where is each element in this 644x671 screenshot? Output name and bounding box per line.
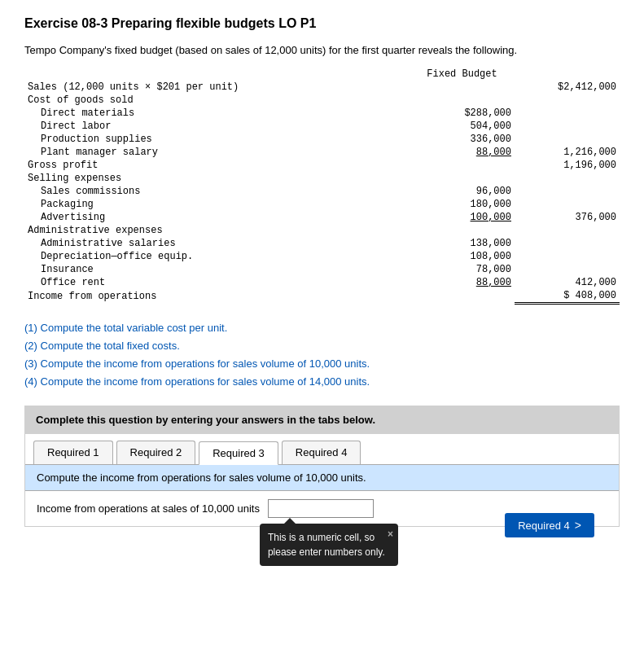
row-total: 1,216,000: [515, 146, 620, 159]
row-total: $ 408,000: [515, 289, 620, 304]
task-2: (2) Compute the total fixed costs.: [24, 337, 620, 355]
row-amount: [410, 172, 515, 185]
tab-instruction: Compute the income from operations for s…: [25, 465, 619, 491]
row-label: Direct labor: [24, 120, 410, 133]
row-total: [515, 224, 620, 237]
tab-required-3[interactable]: Required 3: [199, 441, 278, 465]
row-total: $2,412,000: [515, 81, 620, 94]
row-amount: 78,000: [410, 263, 515, 276]
table-row: Gross profit1,196,000: [24, 159, 620, 172]
row-label: Selling expenses: [24, 172, 410, 185]
input-wrapper: × This is a numeric cell, so please ente…: [268, 499, 374, 518]
table-row: Cost of goods sold: [24, 94, 620, 107]
table-row: Advertising100,000376,000: [24, 211, 620, 224]
tab-required-2[interactable]: Required 2: [116, 441, 196, 464]
table-row: Sales (12,000 units × $201 per unit)$2,4…: [24, 81, 620, 94]
form-label: Income from operations at sales of 10,00…: [37, 502, 260, 515]
row-total: 1,196,000: [515, 159, 620, 172]
tabs-row: Required 1 Required 2 Required 3 Require…: [25, 434, 619, 465]
intro-text: Tempo Company's fixed budget (based on s…: [24, 44, 620, 56]
table-row: Administrative expenses: [24, 224, 620, 237]
tab-required-1[interactable]: Required 1: [33, 441, 113, 464]
table-header: Fixed Budget: [410, 68, 515, 81]
row-amount: 96,000: [410, 185, 515, 198]
row-total: 412,000: [515, 276, 620, 289]
row-amount: $288,000: [410, 107, 515, 120]
required-4-label: Required 4: [518, 520, 570, 532]
row-total: [515, 133, 620, 146]
row-total: [515, 250, 620, 263]
row-label: Sales commissions: [24, 185, 410, 198]
table-row: Sales commissions96,000: [24, 185, 620, 198]
row-amount: 504,000: [410, 120, 515, 133]
row-amount: 88,000: [410, 146, 515, 159]
row-total: [515, 263, 620, 276]
tasks-list: (1) Compute the total variable cost per …: [24, 319, 620, 391]
row-label: Sales (12,000 units × $201 per unit): [24, 81, 410, 94]
row-label: Plant manager salary: [24, 146, 410, 159]
tooltip-text: This is a numeric cell, so please enter …: [268, 532, 385, 558]
table-row: Packaging180,000: [24, 198, 620, 211]
task-4: (4) Compute the income from operations f…: [24, 373, 620, 391]
row-amount: 180,000: [410, 198, 515, 211]
table-row: Plant manager salary88,0001,216,000: [24, 146, 620, 159]
row-label: Insurance: [24, 263, 410, 276]
row-amount: [410, 94, 515, 107]
task-3: (3) Compute the income from operations f…: [24, 355, 620, 373]
budget-table: Fixed Budget Sales (12,000 units × $201 …: [24, 68, 620, 305]
table-row: Direct materials$288,000: [24, 107, 620, 120]
table-row: Depreciation—office equip.108,000: [24, 250, 620, 263]
row-total: [515, 107, 620, 120]
row-amount: [410, 159, 515, 172]
row-label: Administrative salaries: [24, 237, 410, 250]
required-4-button[interactable]: Required 4 >: [505, 513, 594, 537]
row-amount: 88,000: [410, 276, 515, 289]
income-input[interactable]: [268, 499, 374, 518]
row-total: [515, 172, 620, 185]
row-label: Packaging: [24, 198, 410, 211]
row-amount: 108,000: [410, 250, 515, 263]
table-row: Administrative salaries138,000: [24, 237, 620, 250]
row-total: [515, 198, 620, 211]
row-amount: [410, 289, 515, 304]
tab-required-4[interactable]: Required 4: [282, 441, 361, 464]
row-label: Administrative expenses: [24, 224, 410, 237]
tab-content: Compute the income from operations for s…: [25, 465, 619, 526]
table-row: Insurance78,000: [24, 263, 620, 276]
table-row: Production supplies336,000: [24, 133, 620, 146]
tabs-container: Required 1 Required 2 Required 3 Require…: [24, 434, 620, 527]
tooltip-box: × This is a numeric cell, so please ente…: [260, 524, 398, 566]
tooltip-close-button[interactable]: ×: [388, 527, 393, 542]
row-label: Office rent: [24, 276, 410, 289]
table-row: Office rent88,000412,000: [24, 276, 620, 289]
required-4-arrow: >: [575, 519, 581, 532]
table-row: Income from operations$ 408,000: [24, 289, 620, 304]
row-total: [515, 120, 620, 133]
page-title: Exercise 08-3 Preparing flexible budgets…: [24, 16, 620, 31]
table-row: Selling expenses: [24, 172, 620, 185]
row-total: [515, 185, 620, 198]
row-total: [515, 94, 620, 107]
row-label: Depreciation—office equip.: [24, 250, 410, 263]
row-label: Direct materials: [24, 107, 410, 120]
row-amount: 100,000: [410, 211, 515, 224]
task-1: (1) Compute the total variable cost per …: [24, 319, 620, 337]
row-label: Production supplies: [24, 133, 410, 146]
row-total: [515, 237, 620, 250]
row-label: Advertising: [24, 211, 410, 224]
row-label: Income from operations: [24, 289, 410, 304]
table-row: Direct labor504,000: [24, 120, 620, 133]
row-amount: [410, 224, 515, 237]
tab-form: Income from operations at sales of 10,00…: [25, 491, 619, 526]
row-amount: 138,000: [410, 237, 515, 250]
row-total: 376,000: [515, 211, 620, 224]
row-amount: 336,000: [410, 133, 515, 146]
row-amount: [410, 81, 515, 94]
row-label: Cost of goods sold: [24, 94, 410, 107]
row-label: Gross profit: [24, 159, 410, 172]
complete-box: Complete this question by entering your …: [24, 406, 620, 434]
